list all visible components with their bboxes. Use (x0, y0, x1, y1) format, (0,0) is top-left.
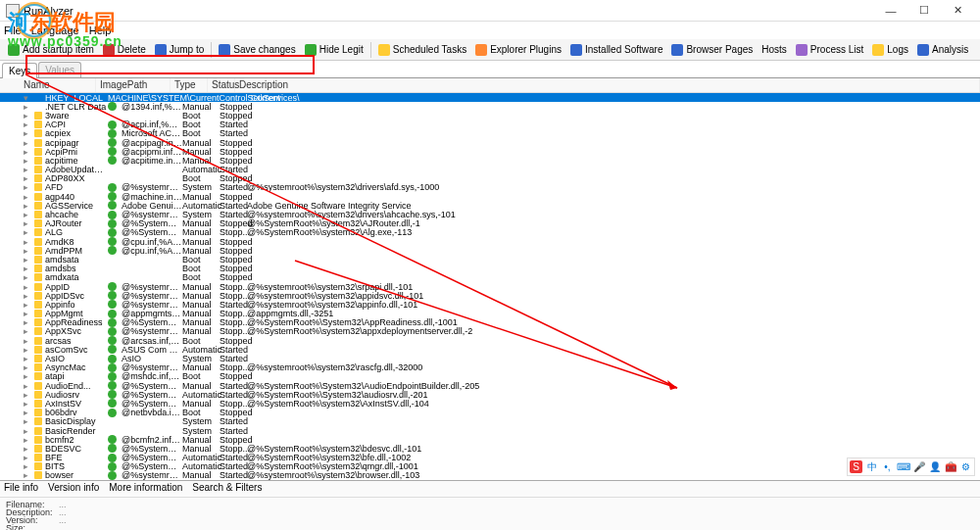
delete-button[interactable]: Delete (99, 42, 150, 58)
browser-icon (671, 44, 683, 56)
table-row[interactable]: ▸.NET CLR Data@1394.inf,%PCI\CC...Manual… (0, 102, 980, 111)
table-row[interactable]: ▸bowser@%systemroot%\syst...ManualStarte… (0, 471, 980, 480)
jump-to-button[interactable]: Jump to (151, 42, 209, 58)
menubar: File Language Help (0, 22, 980, 39)
version-value: ... (59, 515, 67, 523)
add-startup-button[interactable]: Add startup item (4, 42, 98, 58)
ime-keyboard-icon[interactable]: ⌨ (897, 460, 909, 473)
service-icon (33, 237, 43, 246)
service-icon (33, 310, 43, 318)
tab-file-info[interactable]: File info (4, 482, 38, 496)
process-list-button[interactable]: Process List (792, 42, 867, 58)
cell-description: @%SystemRoot%\system32\Alg.exe,-113 (247, 227, 980, 237)
installed-software-button[interactable]: Installed Software (566, 42, 667, 58)
image-indicator-icon (108, 237, 122, 246)
tab-more-info[interactable]: More information (109, 482, 182, 496)
hide-legit-button[interactable]: Hide Legit (301, 42, 368, 58)
ime-toolbox-icon[interactable]: 🧰 (944, 460, 956, 473)
explorer-plugins-button[interactable]: Explorer Plugins (471, 42, 565, 58)
ime-settings-icon[interactable]: ⚙ (959, 460, 972, 473)
ime-mic-icon[interactable]: 🎤 (912, 460, 925, 473)
service-icon (33, 138, 43, 147)
save-icon (219, 44, 230, 56)
image-indicator-icon (108, 399, 122, 408)
service-icon (33, 228, 43, 237)
service-icon (33, 426, 43, 435)
tab-search-filters[interactable]: Search & Filters (192, 482, 262, 496)
ime-s-icon[interactable]: S (850, 460, 862, 473)
table-row[interactable]: ▸amdsbsBootStopped (0, 265, 980, 273)
service-icon (33, 129, 43, 138)
hosts-button[interactable]: Hosts (758, 42, 791, 57)
tab-keys[interactable]: Keys (2, 63, 37, 78)
service-icon (33, 183, 43, 192)
image-indicator-icon (108, 454, 122, 462)
service-icon (33, 454, 43, 462)
service-icon (33, 192, 43, 201)
image-indicator-icon (108, 246, 122, 255)
col-type[interactable]: Type (171, 78, 208, 92)
table-row[interactable]: ▸amdsataBootStopped (0, 255, 980, 264)
service-icon (33, 318, 43, 327)
image-indicator-icon (108, 471, 122, 480)
cell-type: Manual (182, 470, 220, 480)
col-name[interactable]: Name (0, 78, 96, 92)
ime-punct-icon[interactable]: •, (881, 460, 894, 473)
table-row[interactable]: ▸AdobeUpdateServiceAutomaticStarted (0, 166, 980, 174)
close-button[interactable]: ✕ (941, 1, 974, 21)
service-icon (33, 102, 43, 111)
service-icon (33, 444, 43, 453)
image-indicator-icon (108, 336, 122, 345)
ime-skin-icon[interactable]: 👤 (928, 460, 941, 473)
tab-values[interactable]: Values (38, 62, 81, 77)
menu-help[interactable]: Help (89, 24, 112, 36)
filename-value: ... (59, 500, 67, 507)
table-row[interactable]: ▸acpitime@acpitime.inf,%Acpi...ManualSto… (0, 156, 980, 165)
row-icon (33, 93, 43, 102)
plus-icon (8, 44, 20, 56)
ime-cn-icon[interactable]: 中 (865, 460, 878, 473)
service-icon (33, 156, 43, 165)
scheduled-tasks-button[interactable]: Scheduled Tasks (374, 42, 470, 58)
service-icon (33, 390, 43, 399)
hide-icon (305, 44, 317, 56)
save-button[interactable]: Save changes (215, 42, 299, 58)
image-indicator-icon (108, 282, 122, 291)
service-icon (33, 355, 43, 363)
process-icon (796, 44, 808, 56)
analysis-button[interactable]: Analysis (913, 42, 972, 58)
window-title: RunAlyzer (24, 5, 874, 17)
toolbar: Add startup item Delete Jump to Save cha… (0, 39, 980, 61)
col-status[interactable]: Status (208, 78, 235, 92)
watermark-circle-inner (18, 4, 51, 37)
separator (211, 42, 212, 58)
cell-imagepath: @acpitime.inf,%Acpi... (122, 156, 182, 166)
service-icon (33, 471, 43, 480)
clock-icon (378, 44, 390, 56)
maximize-button[interactable]: ☐ (907, 1, 941, 21)
table-row[interactable]: ▸BasicDisplaySystemStarted (0, 417, 980, 426)
tree-expand-icon[interactable]: ▸ (24, 470, 33, 480)
service-icon (33, 219, 43, 228)
image-indicator-icon (108, 310, 122, 318)
col-imagepath[interactable]: ImagePath (96, 78, 171, 92)
table-row[interactable]: ▸b06bdrv@netbvbda.inf,%vbd...BootStopped (0, 409, 980, 417)
image-indicator-icon (108, 417, 122, 426)
table-row[interactable]: ▸AmdPPM@cpu.inf,%AmdPP...ManualStopped (0, 246, 980, 255)
cell-imagepath: @cpu.inf,%AmdPP... (122, 246, 182, 256)
image-indicator-icon (108, 255, 122, 264)
service-icon (33, 120, 43, 129)
image-indicator-icon (108, 120, 122, 129)
col-description[interactable]: Description (235, 78, 980, 92)
cell-imagepath: @%systemroot%\syst... (122, 470, 182, 480)
services-list[interactable]: ▾ HKEY_LOCAL_MACHINE\SYSTEM\CurrentContr… (0, 93, 980, 480)
browser-pages-button[interactable]: Browser Pages (667, 42, 757, 58)
minimize-button[interactable]: — (874, 1, 907, 21)
image-indicator-icon (108, 166, 122, 174)
details-grid: Filename:... Description:... Version:...… (0, 498, 980, 530)
logs-button[interactable]: Logs (868, 42, 912, 58)
image-indicator-icon (108, 327, 122, 336)
image-indicator-icon (108, 426, 122, 435)
tab-version-info[interactable]: Version info (48, 482, 99, 496)
image-indicator-icon (108, 219, 122, 228)
